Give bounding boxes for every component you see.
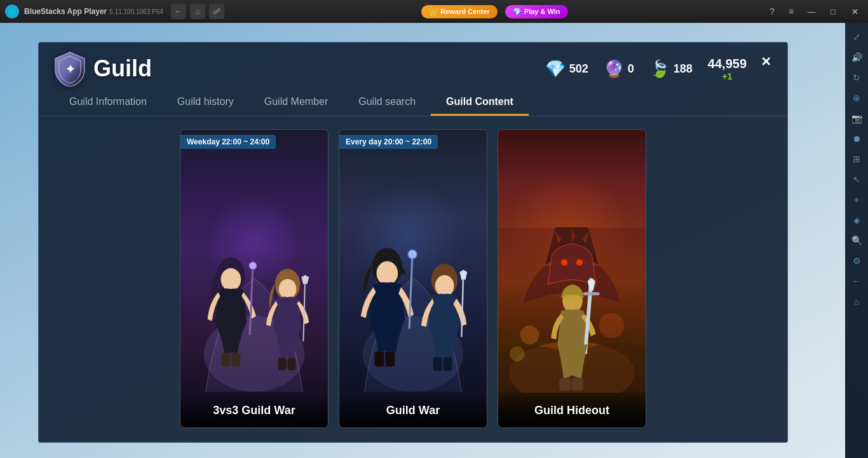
maximize-button[interactable]: □ <box>825 5 841 18</box>
screenshot-sidebar-icon[interactable]: 📷 <box>848 109 865 127</box>
stat-group-leaves: 🍃 188 <box>649 59 693 79</box>
svg-point-37 <box>599 313 625 338</box>
volume-sidebar-icon[interactable]: 🔊 <box>848 48 865 66</box>
svg-rect-33 <box>583 292 600 295</box>
svg-rect-7 <box>221 352 230 366</box>
bookmark-nav-btn[interactable]: ☍ <box>209 4 224 19</box>
help-icon[interactable]: ? <box>765 4 779 18</box>
card-label-1: 3vs3 Guild War <box>180 394 328 427</box>
svg-rect-35 <box>572 378 583 391</box>
svg-rect-8 <box>231 352 240 366</box>
app-version: 5.11.100.1063 P64 <box>109 8 163 15</box>
card-guild-war[interactable]: Every day 20:00 ~ 22:00 <box>339 129 487 428</box>
svg-point-29 <box>576 260 583 266</box>
back-sidebar-icon[interactable]: ← <box>848 272 865 290</box>
leaf-icon: 🍃 <box>649 59 670 79</box>
ruby-icon: 🔮 <box>604 59 624 79</box>
guild-tabs: Guild Information Guild history Guild Me… <box>39 90 787 116</box>
expand-sidebar-icon[interactable]: ⤢ <box>848 28 865 46</box>
record-sidebar-icon[interactable]: ⏺ <box>848 130 865 148</box>
guild-header: ✦ Guild 💎 502 🔮 0 🍃 188 <box>39 43 787 90</box>
card-battle-scene <box>498 227 646 392</box>
app-name: BlueStacks App Player <box>24 7 107 16</box>
guild-content-area: Weekday 22:00 ~ 24:00 <box>39 116 787 441</box>
stat-value-gems: 502 <box>569 62 588 76</box>
cursor-sidebar-icon[interactable]: ↖ <box>848 170 865 188</box>
card-3vs3-guild-war[interactable]: Weekday 22:00 ~ 24:00 <box>180 129 329 428</box>
svg-point-10 <box>279 279 297 299</box>
svg-point-28 <box>561 260 567 266</box>
tab-guild-search[interactable]: Guild search <box>343 90 431 116</box>
card-time-badge-2: Every day 20:00 ~ 22:00 <box>339 135 438 149</box>
card-guild-hideout[interactable]: Guild Hideout <box>498 129 646 428</box>
play-and-win-button[interactable]: 💎 Play & Win <box>505 5 568 18</box>
svg-rect-31 <box>566 295 579 300</box>
macro-sidebar-icon[interactable]: ◈ <box>848 211 865 229</box>
stat-group-gems: 💎 502 <box>545 59 588 79</box>
svg-marker-0 <box>8 7 17 16</box>
search-sidebar-icon[interactable]: 🔍 <box>848 232 865 249</box>
svg-rect-11 <box>278 357 287 370</box>
settings-sidebar-icon[interactable]: ⚙ <box>848 252 865 270</box>
svg-point-38 <box>510 347 525 362</box>
gyro-sidebar-icon[interactable]: ⊕ <box>848 89 865 107</box>
svg-point-4 <box>220 268 241 291</box>
card-characters-2 <box>339 227 487 392</box>
right-sidebar: ⤢ 🔊 ↻ ⊕ 📷 ⏺ ⊞ ↖ ⌖ ◈ 🔍 ⚙ ← ⌂ <box>845 23 868 458</box>
window-close-button[interactable]: ✕ <box>846 5 863 18</box>
titlebar: BlueStacks App Player 5.11.100.1063 P64 … <box>0 0 868 23</box>
tab-guild-history[interactable]: Guild history <box>162 90 249 116</box>
stat-value-leaves: 188 <box>674 62 693 76</box>
stat-group-coins: 44,959 +1 <box>708 57 747 81</box>
titlebar-controls: ? ≡ — □ ✕ <box>765 4 863 18</box>
svg-rect-17 <box>375 351 384 366</box>
layers-sidebar-icon[interactable]: ⊞ <box>848 150 865 168</box>
play-and-win-label: Play & Win <box>524 8 560 15</box>
svg-rect-12 <box>288 357 296 370</box>
game-area: ✦ Guild 💎 502 🔮 0 🍃 188 <box>0 23 845 458</box>
stat-plus-one: +1 <box>722 71 732 81</box>
svg-rect-23 <box>433 357 442 371</box>
home-sidebar-icon[interactable]: ⌂ <box>848 293 865 310</box>
gem-icon: 💎 <box>545 59 566 79</box>
reward-center-button[interactable]: 👑 Reward Center <box>421 5 498 18</box>
titlebar-center: 👑 Reward Center 💎 Play & Win <box>224 5 765 18</box>
svg-point-6 <box>249 262 257 270</box>
tab-guild-member[interactable]: Guild Member <box>249 90 343 116</box>
reward-center-label: Reward Center <box>440 8 490 15</box>
svg-point-20 <box>408 250 417 259</box>
guild-title: Guild <box>93 55 152 82</box>
bluestacks-logo <box>5 4 19 18</box>
svg-point-36 <box>520 326 539 345</box>
card-characters-1 <box>180 227 328 392</box>
card-label-3: Guild Hideout <box>498 394 646 427</box>
playnwin-gem-icon: 💎 <box>513 8 522 16</box>
svg-point-16 <box>376 261 398 286</box>
controller-sidebar-icon[interactable]: ⌖ <box>848 191 865 209</box>
svg-text:✦: ✦ <box>65 63 75 76</box>
menu-icon[interactable]: ≡ <box>784 4 798 18</box>
svg-line-25 <box>461 270 463 337</box>
guild-stats: 💎 502 🔮 0 🍃 188 44,959 +1 <box>545 57 747 81</box>
home-nav-btn[interactable]: ⌂ <box>190 4 205 19</box>
stat-group-ruby: 🔮 0 <box>604 59 634 79</box>
guild-panel: ✦ Guild 💎 502 🔮 0 🍃 188 <box>38 42 788 443</box>
back-nav-btn[interactable]: ← <box>171 4 186 19</box>
svg-rect-24 <box>444 357 452 371</box>
tab-guild-content[interactable]: Guild Content <box>431 90 529 116</box>
stat-value-ruby: 0 <box>628 62 634 76</box>
guild-emblem: ✦ <box>54 53 86 85</box>
reward-crown-icon: 👑 <box>429 8 438 16</box>
svg-rect-18 <box>385 351 395 366</box>
minimize-button[interactable]: — <box>803 5 820 18</box>
nav-buttons: ← ⌂ ☍ <box>171 4 224 19</box>
svg-rect-34 <box>559 378 571 391</box>
guild-panel-close-button[interactable]: ✕ <box>754 50 777 73</box>
card-time-badge-1: Weekday 22:00 ~ 24:00 <box>180 135 276 149</box>
svg-point-22 <box>435 275 454 296</box>
card-label-2: Guild War <box>339 394 487 427</box>
tab-guild-information[interactable]: Guild Information <box>54 90 162 116</box>
stat-value-coins: 44,959 <box>708 57 747 71</box>
rotate-sidebar-icon[interactable]: ↻ <box>848 69 865 87</box>
